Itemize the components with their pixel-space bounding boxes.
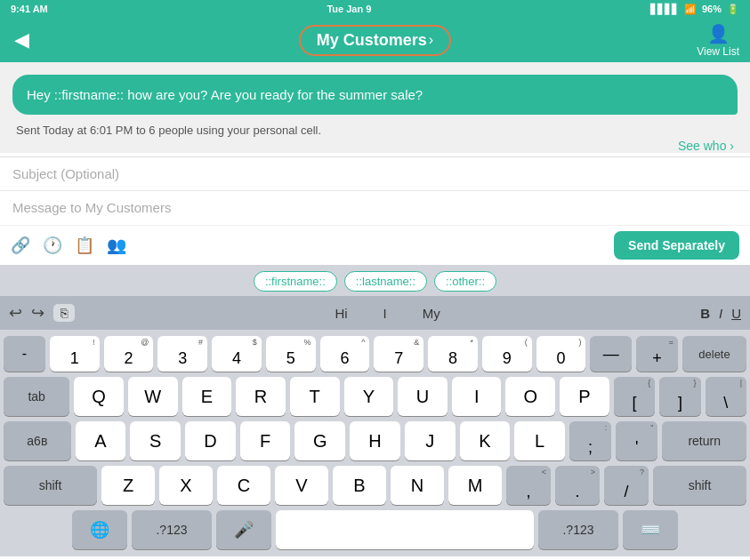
chip-lastname[interactable]: ::lastname::: [344, 271, 427, 292]
input-toolbar: 🔗 🕐 📋 👥 Send Separately: [0, 225, 750, 265]
key-z[interactable]: Z: [101, 466, 155, 505]
suggestion-hi[interactable]: Hi: [335, 306, 347, 321]
status-date: Tue Jan 9: [327, 4, 371, 14]
key-aob[interactable]: а6в: [4, 421, 71, 460]
key-1[interactable]: ! 1: [50, 336, 100, 372]
link-icon[interactable]: 🔗: [11, 236, 30, 255]
header-title-outline[interactable]: My Customers ›: [299, 25, 451, 56]
key-h[interactable]: H: [350, 421, 400, 460]
key-c[interactable]: C: [217, 466, 270, 505]
key-e[interactable]: E: [182, 377, 232, 416]
key-j[interactable]: J: [405, 421, 456, 460]
key-b[interactable]: B: [333, 466, 386, 505]
back-button[interactable]: ◀: [14, 28, 29, 52]
chip-firstname[interactable]: ::firstname::: [254, 271, 337, 292]
suggestion-i[interactable]: I: [383, 306, 387, 321]
suggestion-my[interactable]: My: [423, 306, 440, 321]
key-p[interactable]: P: [560, 377, 609, 416]
key-period[interactable]: > .: [555, 466, 600, 505]
underline-button[interactable]: U: [731, 306, 741, 321]
key-tab[interactable]: tab: [4, 377, 69, 416]
key-q[interactable]: Q: [74, 377, 124, 416]
signal-icon: ▋▋▋▋: [650, 4, 679, 15]
key-dash[interactable]: —: [590, 336, 632, 372]
status-bar: 9:41 AM Tue Jan 9 ▋▋▋▋ 📶 96% 🔋: [0, 0, 750, 18]
key-keyboard[interactable]: ⌨️: [623, 510, 678, 549]
send-separately-button[interactable]: Send Separately: [614, 231, 739, 260]
italic-button[interactable]: I: [719, 306, 722, 321]
key-o[interactable]: O: [505, 377, 555, 416]
toolbar-icons: 🔗 🕐 📋 👥: [11, 236, 126, 255]
view-list-button[interactable]: 👤 View List: [697, 23, 739, 58]
key-w[interactable]: W: [128, 377, 178, 416]
key-v[interactable]: V: [275, 466, 328, 505]
keyboard: ↩ ↪ ⎘ Hi I My B I U - ! 1 @ 2 # 3: [0, 296, 750, 556]
bold-button[interactable]: B: [700, 306, 710, 321]
key-shift-left[interactable]: shift: [4, 466, 97, 505]
key-slash[interactable]: ? /: [604, 466, 649, 505]
key-open-bracket[interactable]: { [: [614, 377, 655, 416]
key-2[interactable]: @ 2: [104, 336, 154, 372]
bottom-row: 🌐 .?123 🎤 .?123 ⌨️: [0, 505, 750, 556]
key-shift-right[interactable]: shift: [653, 466, 746, 505]
message-text: Hey ::firstname:: how are you? Are you r…: [27, 87, 423, 102]
key-r[interactable]: R: [236, 377, 286, 416]
key-4[interactable]: $ 4: [212, 336, 262, 372]
chip-other[interactable]: ::other::: [434, 271, 496, 292]
key-d[interactable]: D: [185, 421, 236, 460]
key-g[interactable]: G: [294, 421, 345, 460]
keyboard-toolbar: ↩ ↪ ⎘ Hi I My B I U: [0, 296, 750, 330]
key-quote[interactable]: " ': [616, 421, 657, 460]
key-u[interactable]: U: [398, 377, 448, 416]
key-delete[interactable]: delete: [682, 336, 746, 372]
key-mic[interactable]: 🎤: [216, 510, 271, 549]
key-8[interactable]: * 8: [428, 336, 478, 372]
key-return[interactable]: return: [662, 421, 746, 460]
key-5[interactable]: % 5: [266, 336, 316, 372]
key-3[interactable]: # 3: [157, 336, 207, 372]
key-backslash[interactable]: | \: [706, 377, 746, 416]
key-space[interactable]: [276, 510, 534, 549]
key-0[interactable]: ) 0: [536, 336, 586, 372]
number-row: - ! 1 @ 2 # 3 $ 4 % 5 ^ 6 & 7: [0, 330, 750, 372]
paste-button[interactable]: ⎘: [53, 304, 75, 322]
header-chevron: ›: [429, 32, 433, 48]
key-m[interactable]: M: [448, 466, 502, 505]
key-s[interactable]: S: [130, 421, 181, 460]
key-equals[interactable]: = +: [636, 336, 678, 372]
key-6[interactable]: ^ 6: [320, 336, 370, 372]
message-field[interactable]: Message to My Customers: [0, 191, 750, 225]
redo-button[interactable]: ↪: [31, 303, 44, 323]
key-numpad-right[interactable]: .?123: [538, 510, 618, 549]
key-minus[interactable]: -: [4, 336, 45, 372]
chips-row: ::firstname:: ::lastname:: ::other::: [0, 265, 750, 296]
kb-center-suggestions: Hi I My: [75, 306, 700, 321]
clock-icon[interactable]: 🕐: [43, 236, 62, 255]
key-9[interactable]: ( 9: [482, 336, 532, 372]
key-t[interactable]: T: [290, 377, 340, 416]
key-k[interactable]: K: [460, 421, 511, 460]
key-f[interactable]: F: [240, 421, 291, 460]
see-who-link[interactable]: See who ›: [12, 139, 738, 153]
view-list-label: View List: [697, 45, 739, 58]
message-bubble: Hey ::firstname:: how are you? Are you r…: [12, 75, 738, 115]
key-l[interactable]: L: [514, 421, 565, 460]
subject-field[interactable]: Subject (Optional): [0, 157, 750, 191]
key-emoji[interactable]: 🌐: [72, 510, 127, 549]
key-n[interactable]: N: [391, 466, 444, 505]
key-close-bracket[interactable]: } ]: [659, 377, 700, 416]
sent-info: Sent Today at 6:01 PM to 6 people using …: [12, 124, 738, 139]
key-x[interactable]: X: [159, 466, 213, 505]
key-semicolon[interactable]: : ;: [569, 421, 611, 460]
key-a[interactable]: A: [76, 421, 126, 460]
key-y[interactable]: Y: [344, 377, 394, 416]
key-comma[interactable]: < ,: [506, 466, 551, 505]
key-numpad-left[interactable]: .?123: [132, 510, 212, 549]
copy-icon[interactable]: 📋: [75, 236, 94, 255]
people-icon[interactable]: 👥: [107, 236, 126, 255]
kb-right-formatting: B I U: [700, 306, 741, 321]
key-7[interactable]: & 7: [374, 336, 423, 372]
battery-percent: 96%: [702, 4, 722, 14]
undo-button[interactable]: ↩: [9, 303, 22, 323]
key-i[interactable]: I: [452, 377, 502, 416]
